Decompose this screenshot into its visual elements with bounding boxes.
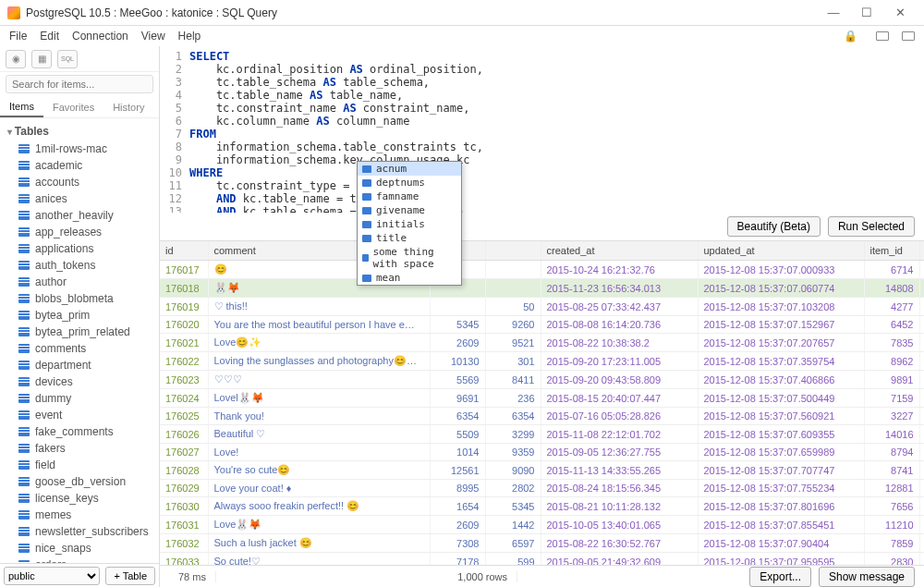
sidebar-toolbar: ◉ ▦ SQL	[0, 46, 159, 72]
table-row[interactable]: 176022 Loving the sunglasses and photogr…	[160, 352, 924, 371]
table-item[interactable]: fakers	[6, 440, 157, 457]
search-input[interactable]	[6, 75, 153, 93]
menu-help[interactable]: Help	[178, 30, 201, 43]
column-icon	[362, 221, 371, 228]
table-item[interactable]: devices	[6, 373, 157, 390]
close-button[interactable]: ✕	[883, 4, 917, 22]
menu-bar: File Edit Connection View Help 🔒	[0, 26, 924, 46]
tool-arrow-icon[interactable]: ◉	[6, 50, 26, 68]
table-row[interactable]: 176019 ♡ this!! 50 2015-08-25 07:33:42.4…	[160, 298, 924, 316]
table-item[interactable]: fake_comments	[6, 423, 157, 440]
table-row[interactable]: 176027 Love! 1014 9359 2015-09-05 12:36:…	[160, 444, 924, 461]
battery-icon	[876, 31, 889, 41]
menu-file[interactable]: File	[9, 30, 27, 43]
autocomplete-item[interactable]: famname	[358, 190, 461, 203]
table-tree[interactable]: Tables1mil-rows-macacademicaccountsanice…	[0, 118, 159, 563]
tab-favorites[interactable]: Favorites	[43, 98, 103, 116]
table-row[interactable]: 176025 Thank you! 6354 6354 2015-07-16 0…	[160, 408, 924, 425]
autocomplete-popup[interactable]: acnumdeptnumsfamnamegivenameinitialstitl…	[357, 161, 462, 286]
table-item[interactable]: app_releases	[6, 224, 157, 240]
table-item[interactable]: author	[6, 274, 157, 290]
table-item[interactable]: 1mil-rows-mac	[6, 141, 157, 157]
table-icon	[18, 427, 30, 436]
beautify-button[interactable]: Beautify (Beta)	[727, 216, 821, 237]
table-row[interactable]: 176017 😊 2015-10-24 16:21:32.76 2015-12-…	[160, 261, 924, 279]
autocomplete-item[interactable]: some thing with space	[358, 245, 461, 271]
schema-select[interactable]: public	[4, 567, 100, 585]
col-header[interactable]: disable	[919, 241, 924, 261]
export-button[interactable]: Export...	[749, 567, 811, 587]
table-icon	[18, 377, 30, 386]
table-item[interactable]: nice_snaps	[6, 540, 157, 556]
col-header[interactable]	[485, 241, 541, 261]
table-row[interactable]: 176023 ♡♡♡ 5569 8411 2015-09-20 09:43:58…	[160, 371, 924, 389]
autocomplete-item[interactable]: deptnums	[358, 176, 461, 190]
table-row[interactable]: 176026 Beautiful ♡ 5509 3299 2015-11-08 …	[160, 425, 924, 444]
tab-history[interactable]: History	[103, 98, 153, 116]
col-header[interactable]: updated_at	[698, 241, 864, 261]
col-header[interactable]: id	[160, 241, 208, 261]
table-item[interactable]: newsletter_subscribers	[6, 523, 157, 540]
table-icon	[18, 294, 30, 303]
table-item[interactable]: comments	[6, 340, 157, 357]
table-item[interactable]: anices	[6, 190, 157, 207]
table-item[interactable]: accounts	[6, 174, 157, 190]
table-row[interactable]: 176024 Lovel🐰🦊 9691 236 2015-08-15 20:40…	[160, 389, 924, 408]
add-table-button[interactable]: + Table	[105, 567, 155, 585]
table-item[interactable]: orders	[6, 556, 157, 563]
table-item[interactable]: blobs_blobmeta	[6, 290, 157, 307]
results-grid[interactable]: idcommentcreated_atupdated_atitem_iddisa…	[160, 240, 924, 565]
autocomplete-item[interactable]: title	[358, 231, 461, 245]
table-icon	[18, 527, 30, 536]
table-row[interactable]: 176033 So cute!♡ 7178 599 2015-09-05 21:…	[160, 553, 924, 566]
col-header[interactable]: created_at	[541, 241, 698, 261]
table-row[interactable]: 176032 Such a lush jacket 😊 7308 6597 20…	[160, 534, 924, 553]
table-icon	[18, 161, 30, 170]
autocomplete-item[interactable]: givename	[358, 203, 461, 217]
table-item[interactable]: dummy	[6, 390, 157, 407]
table-item[interactable]: bytea_prim_related	[6, 324, 157, 340]
maximize-button[interactable]: ☐	[850, 4, 883, 22]
menu-view[interactable]: View	[141, 30, 165, 43]
table-item[interactable]: auth_tokens	[6, 257, 157, 274]
table-item[interactable]: goose_db_version	[6, 473, 157, 490]
table-item[interactable]: another_heavily	[6, 207, 157, 224]
table-icon	[18, 327, 30, 336]
app-icon	[7, 6, 20, 19]
tab-items[interactable]: Items	[0, 97, 43, 117]
table-row[interactable]: 176029 Love your coat! ♦ 8995 2802 2015-…	[160, 480, 924, 497]
tree-group-tables[interactable]: Tables	[6, 122, 157, 141]
table-icon	[18, 277, 30, 287]
run-selected-button[interactable]: Run Selected	[828, 216, 915, 237]
table-icon	[18, 227, 30, 237]
tool-sql-icon[interactable]: SQL	[57, 50, 78, 68]
col-header[interactable]: item_id	[864, 241, 919, 261]
menu-edit[interactable]: Edit	[40, 30, 59, 43]
minimize-button[interactable]: —	[817, 4, 850, 22]
autocomplete-item[interactable]: mean	[358, 271, 461, 285]
table-item[interactable]: field	[6, 457, 157, 473]
table-item[interactable]: event	[6, 407, 157, 423]
table-item[interactable]: license_keys	[6, 490, 157, 507]
table-item[interactable]: memes	[6, 507, 157, 523]
table-item[interactable]: bytea_prim	[6, 307, 157, 324]
autocomplete-item[interactable]: acnum	[358, 162, 461, 176]
menu-connection[interactable]: Connection	[72, 30, 128, 43]
tool-grid-icon[interactable]: ▦	[31, 50, 52, 68]
sql-editor[interactable]: 1SELECT2 kc.ordinal_position AS ordinal_…	[160, 46, 924, 213]
table-icon	[18, 460, 30, 470]
table-item[interactable]: department	[6, 357, 157, 373]
table-row[interactable]: 176021 Love😊✨ 2609 9521 2015-08-22 10:38…	[160, 334, 924, 352]
table-row[interactable]: 176030 Always sooo freakin perfect!! 😊 1…	[160, 497, 924, 516]
table-icon	[18, 344, 30, 353]
table-row[interactable]: 176031 Love🐰🦊 2609 1442 2015-10-05 13:40…	[160, 516, 924, 534]
table-icon	[18, 560, 30, 563]
table-row[interactable]: 176028 You're so cute😊 12561 9090 2015-1…	[160, 461, 924, 480]
autocomplete-item[interactable]: initials	[358, 217, 461, 231]
show-message-button[interactable]: Show message	[819, 567, 915, 587]
table-item[interactable]: academic	[6, 157, 157, 174]
table-row[interactable]: 176018 🐰🦊 2015-11-23 16:56:34.013 2015-1…	[160, 279, 924, 298]
table-icon	[18, 544, 30, 553]
table-item[interactable]: applications	[6, 240, 157, 257]
table-row[interactable]: 176020 You are the most beautiful person…	[160, 316, 924, 334]
